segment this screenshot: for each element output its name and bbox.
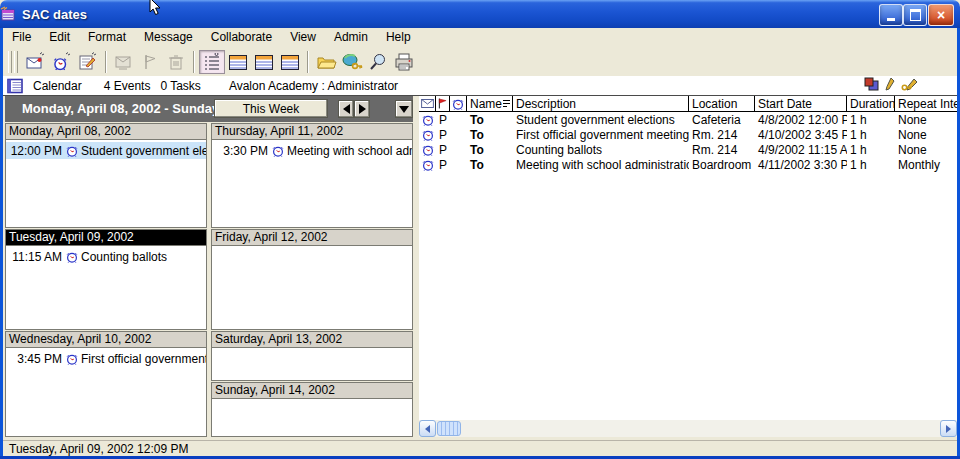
row-description: Counting ballots — [513, 143, 689, 157]
column-header-repeat-interval[interactable]: Repeat Interval — [895, 96, 957, 111]
day-header-thursday[interactable]: Thursday, April 11, 2002 — [212, 124, 412, 140]
week-dropdown-button[interactable] — [395, 100, 413, 118]
tasks-count: 0 Tasks — [160, 79, 200, 93]
maximize-button[interactable] — [903, 4, 927, 26]
minimize-button[interactable] — [879, 4, 903, 26]
table-row[interactable]: P To Student government elections Cafete… — [419, 112, 957, 127]
day-cell-sunday: Sunday, April 14, 2002 — [211, 382, 413, 437]
menu-admin[interactable]: Admin — [325, 28, 377, 47]
print-button[interactable] — [391, 50, 417, 74]
close-button[interactable]: × — [928, 4, 954, 26]
maximize-icon — [910, 9, 921, 21]
column-header-duration[interactable]: Duration — [847, 96, 895, 111]
column-header-name[interactable]: Name — [467, 96, 513, 111]
day-header-saturday[interactable]: Saturday, April 13, 2002 — [212, 332, 412, 348]
row-start-date: 4/8/2002 12:00 PM — [755, 113, 847, 127]
event-student-government-elections[interactable]: 12:00 PM Student government elections — [6, 142, 206, 159]
list-view-button[interactable] — [199, 50, 225, 74]
arrow-left-icon — [338, 104, 350, 114]
event-title: First official government meeting — [81, 352, 206, 366]
new-task-button[interactable] — [75, 50, 101, 74]
minimize-icon — [887, 18, 895, 21]
pencil-icon[interactable] — [885, 77, 895, 91]
column-header-start-date[interactable]: Start Date — [755, 96, 847, 111]
row-location: Rm. 214 — [689, 128, 755, 142]
day-header-sunday[interactable]: Sunday, April 14, 2002 — [212, 383, 412, 399]
alarm-clock-icon — [272, 145, 284, 157]
delete-button-disabled[interactable] — [163, 50, 189, 74]
column-header-location[interactable]: Location — [689, 96, 755, 111]
row-flag: P — [436, 143, 450, 157]
event-title: Meeting with school administration — [287, 144, 412, 158]
new-message-button[interactable] — [23, 50, 49, 74]
toolbar-grip[interactable] — [14, 51, 18, 73]
search-button[interactable] — [365, 50, 391, 74]
toolbar-grip[interactable] — [8, 51, 12, 73]
title-bar[interactable]: SAC dates × — [0, 0, 960, 28]
previous-week-button[interactable] — [338, 100, 354, 118]
flag-icon — [438, 98, 447, 109]
new-message-icon — [25, 52, 47, 72]
calendar-week-panel: Monday, April 08, 2002 - Sunday This Wee… — [5, 96, 413, 437]
alarm-clock-icon — [66, 145, 78, 157]
day-header-friday[interactable]: Friday, April 12, 2002 — [212, 230, 412, 246]
month-view-button[interactable] — [277, 50, 303, 74]
row-repeat-interval: None — [895, 143, 957, 157]
alarm-clock-icon — [419, 159, 436, 171]
new-task-icon — [77, 52, 99, 72]
week-view-button[interactable] — [251, 50, 277, 74]
column-header-message[interactable] — [419, 96, 436, 111]
menu-file[interactable]: File — [3, 28, 40, 47]
horizontal-scrollbar[interactable] — [419, 420, 957, 437]
event-counting-ballots[interactable]: 11:15 AM Counting ballots — [6, 248, 206, 265]
day-header-tuesday-today[interactable]: Tuesday, April 09, 2002 — [6, 230, 206, 246]
new-event-button[interactable] — [49, 50, 75, 74]
menu-bar: File Edit Format Message Collaborate Vie… — [3, 28, 957, 47]
week-range-title: Monday, April 08, 2002 - Sunday — [22, 101, 219, 116]
trash-icon — [165, 52, 187, 72]
menu-view[interactable]: View — [281, 28, 325, 47]
column-header-flag[interactable] — [436, 96, 450, 111]
permissions-button[interactable] — [339, 50, 365, 74]
status-datetime: Tuesday, April 09, 2002 12:09 PM — [9, 442, 188, 456]
flag-button-disabled[interactable] — [137, 50, 163, 74]
day-header-wednesday[interactable]: Wednesday, April 10, 2002 — [6, 332, 206, 348]
alarm-clock-icon — [66, 251, 78, 263]
next-week-button[interactable] — [354, 100, 370, 118]
scrollbar-thumb[interactable] — [437, 421, 461, 436]
menu-collaborate[interactable]: Collaborate — [202, 28, 281, 47]
arrow-right-icon — [359, 104, 371, 114]
row-start-date: 4/11/2002 3:30 PM — [755, 158, 847, 172]
scroll-right-button[interactable] — [940, 420, 957, 437]
row-start-date: 4/10/2002 3:45 PM — [755, 128, 847, 142]
day-header-monday[interactable]: Monday, April 08, 2002 — [6, 124, 206, 140]
row-start-date: 4/9/2002 11:15 AM — [755, 143, 847, 157]
menu-help[interactable]: Help — [377, 28, 420, 47]
row-repeat-interval: Monthly — [895, 158, 957, 172]
table-row[interactable]: P To First official government meeting R… — [419, 127, 957, 142]
unsend-button-disabled[interactable] — [111, 50, 137, 74]
key-pencil-icon[interactable] — [901, 77, 921, 91]
chevron-down-icon — [399, 106, 409, 118]
scroll-left-button[interactable] — [419, 420, 436, 437]
row-name: To — [467, 113, 513, 127]
day-cell-thursday: Thursday, April 11, 2002 3:30 PM Meeting… — [211, 123, 413, 228]
table-row[interactable]: P To Meeting with school administration … — [419, 157, 957, 172]
status-bar: Tuesday, April 09, 2002 12:09 PM — [3, 440, 957, 456]
column-header-alarm[interactable] — [450, 96, 467, 111]
day-view-button[interactable] — [225, 50, 251, 74]
column-header-description[interactable]: Description — [513, 96, 689, 111]
layers-icon[interactable] — [864, 77, 879, 91]
new-event-icon — [51, 52, 73, 72]
event-first-official-government-meeting[interactable]: 3:45 PM First official government meetin… — [6, 350, 206, 367]
row-name: To — [467, 158, 513, 172]
alarm-icon — [452, 98, 464, 110]
menu-format[interactable]: Format — [79, 28, 135, 47]
table-row[interactable]: P To Counting ballots Rm. 214 4/9/2002 1… — [419, 142, 957, 157]
this-week-button[interactable]: This Week — [214, 99, 328, 118]
event-meeting-with-school-administration[interactable]: 3:30 PM Meeting with school administrati… — [212, 142, 412, 159]
menu-edit[interactable]: Edit — [40, 28, 79, 47]
open-folder-button[interactable] — [313, 50, 339, 74]
row-flag: P — [436, 128, 450, 142]
menu-message[interactable]: Message — [135, 28, 202, 47]
